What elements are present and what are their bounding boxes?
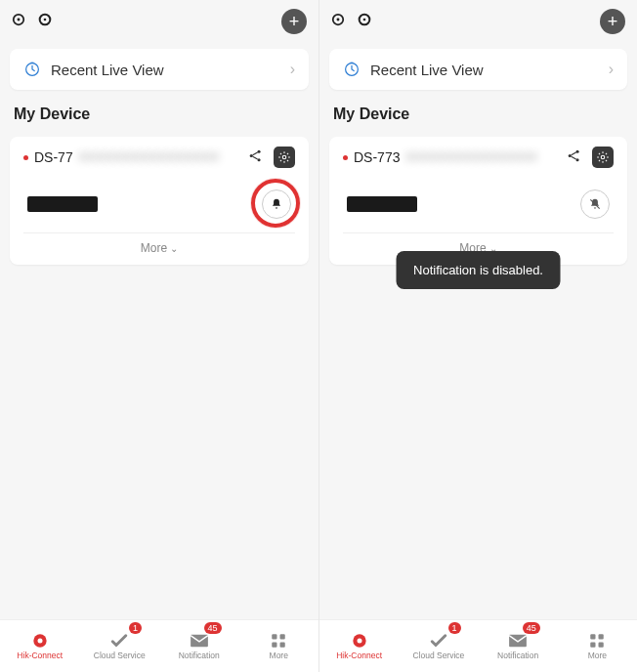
plus-icon: +	[608, 13, 618, 30]
device-thumbnail[interactable]	[347, 196, 417, 212]
nav-cloud-service[interactable]: 1 Cloud Service	[399, 620, 478, 672]
highlight-ring	[251, 179, 300, 228]
device-name: DS-77	[34, 149, 73, 165]
device-serial-blurred: XXXXXXXXXXXXXXXX	[79, 150, 241, 164]
svg-rect-15	[280, 643, 285, 648]
spacer	[319, 271, 637, 619]
topbar-left	[331, 12, 372, 31]
badge: 1	[448, 622, 461, 634]
chevron-right-icon: ›	[290, 61, 295, 78]
nav-more[interactable]: More	[558, 620, 637, 672]
recent-label: Recent Live View	[51, 62, 280, 78]
nav-notification[interactable]: 45 Notification	[479, 620, 558, 672]
svg-rect-29	[591, 634, 596, 639]
svg-rect-28	[509, 635, 527, 647]
device-body	[23, 168, 295, 232]
check-icon	[428, 632, 449, 650]
device-card: DS-77 XXXXXXXXXXXXXXXX	[10, 137, 309, 265]
svg-rect-12	[273, 634, 277, 639]
badge: 45	[204, 622, 222, 634]
status-dot-icon	[343, 155, 348, 160]
svg-rect-14	[273, 643, 277, 648]
svg-point-24	[601, 155, 605, 159]
plus-icon: +	[289, 13, 300, 30]
svg-point-5	[250, 153, 253, 156]
clock-icon	[343, 61, 361, 78]
svg-point-6	[257, 149, 260, 152]
svg-point-7	[257, 158, 260, 161]
nav-cloud-service[interactable]: 1 Cloud Service	[80, 620, 160, 672]
device-actions	[566, 147, 614, 168]
recent-label: Recent Live View	[370, 62, 599, 78]
envelope-icon	[189, 632, 210, 650]
chevron-right-icon: ›	[609, 61, 614, 78]
device-name: DS-773	[354, 149, 400, 165]
bottom-nav: Hik-Connect 1 Cloud Service 45 Notificat…	[319, 619, 637, 672]
pane-left: + Recent Live View › My Device DS-77 XXX…	[0, 0, 318, 672]
nav-notification[interactable]: 45 Notification	[159, 620, 239, 672]
target-icon	[29, 632, 51, 650]
svg-point-10	[37, 639, 42, 644]
svg-rect-13	[280, 634, 285, 639]
nav-label: More	[588, 651, 607, 660]
spacer	[0, 271, 318, 619]
svg-point-3	[44, 19, 47, 21]
svg-rect-30	[599, 634, 604, 639]
more-row[interactable]: More⌄ Notification is disabled.	[343, 232, 614, 265]
svg-rect-11	[191, 635, 208, 647]
nav-hik-connect[interactable]: Hik-Connect	[319, 620, 399, 672]
bell-off-icon	[588, 197, 602, 211]
share-icon[interactable]	[247, 147, 264, 168]
device-body	[343, 168, 614, 232]
nav-label: Cloud Service	[94, 651, 146, 660]
pane-right: + Recent Live View › My Device DS-773 XX…	[318, 0, 637, 672]
camera-icon[interactable]	[12, 13, 25, 30]
nav-label: Cloud Service	[412, 651, 464, 660]
clock-icon	[23, 61, 41, 78]
grid-icon	[586, 632, 608, 650]
add-button[interactable]: +	[281, 9, 307, 34]
scan-icon[interactable]	[37, 12, 53, 31]
settings-button[interactable]	[274, 147, 295, 168]
badge: 1	[129, 622, 142, 634]
notification-toggle-button[interactable]	[580, 189, 610, 219]
topbar: +	[319, 0, 637, 43]
device-serial-blurred: XXXXXXXXXXXXXXX	[405, 150, 560, 164]
svg-rect-32	[599, 643, 604, 648]
nav-label: Hik-Connect	[336, 651, 382, 660]
nav-hik-connect[interactable]: Hik-Connect	[0, 620, 80, 672]
settings-button[interactable]	[592, 147, 614, 168]
svg-point-23	[575, 158, 578, 161]
topbar: +	[0, 0, 318, 43]
status-dot-icon	[23, 155, 28, 160]
scan-icon[interactable]	[357, 12, 372, 31]
more-row[interactable]: More⌄	[23, 232, 295, 265]
grid-icon	[268, 632, 289, 650]
section-title: My Device	[319, 96, 637, 131]
nav-label: Notification	[179, 651, 220, 660]
camera-icon[interactable]	[331, 13, 345, 30]
svg-point-21	[569, 153, 572, 156]
nav-label: More	[270, 651, 288, 660]
add-button[interactable]: +	[600, 9, 625, 34]
nav-label: Hik-Connect	[17, 651, 63, 660]
target-icon	[349, 632, 370, 650]
device-thumbnail[interactable]	[27, 196, 98, 212]
bottom-nav: Hik-Connect 1 Cloud Service 45 Notificat…	[0, 619, 318, 672]
envelope-icon	[507, 632, 529, 650]
recent-live-view-row[interactable]: Recent Live View ›	[329, 49, 627, 90]
svg-point-17	[337, 19, 340, 21]
toast-message: Notification is disabled.	[396, 251, 561, 289]
topbar-left	[12, 12, 53, 31]
nav-more[interactable]: More	[239, 620, 319, 672]
svg-point-22	[575, 149, 578, 152]
device-card: DS-773 XXXXXXXXXXXXXXX More⌄	[329, 137, 627, 265]
recent-live-view-row[interactable]: Recent Live View ›	[10, 49, 309, 90]
svg-point-8	[282, 155, 286, 159]
notification-toggle-button[interactable]	[262, 189, 291, 219]
device-header: DS-773 XXXXXXXXXXXXXXX	[343, 147, 614, 168]
share-icon[interactable]	[566, 147, 582, 168]
device-header: DS-77 XXXXXXXXXXXXXXXX	[23, 147, 295, 168]
nav-label: Notification	[497, 651, 538, 660]
dual-screenshot: + Recent Live View › My Device DS-77 XXX…	[0, 0, 637, 672]
